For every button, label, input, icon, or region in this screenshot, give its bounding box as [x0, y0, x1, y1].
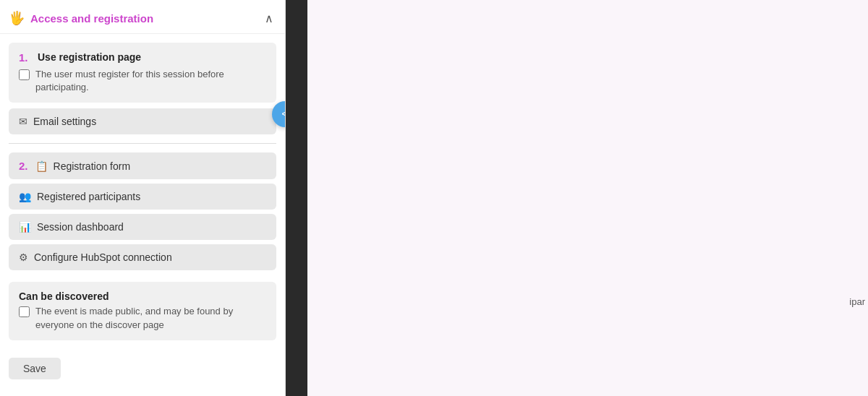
- right-panel-edge: [286, 0, 307, 396]
- discover-title: Can be discovered: [19, 290, 266, 302]
- discover-description: The event is made public, and may be fou…: [35, 305, 266, 331]
- fingerprint-icon: 🖐: [9, 10, 25, 26]
- email-icon: ✉: [19, 116, 27, 127]
- section-title: Access and registration: [30, 12, 153, 25]
- chevron-up-icon[interactable]: ∧: [265, 12, 273, 25]
- registration-checkbox-wrap: [19, 69, 30, 82]
- discover-checkbox[interactable]: [19, 306, 30, 317]
- hubspot-label: Configure HubSpot connection: [34, 251, 172, 263]
- section-header-left: 🖐 Access and registration: [9, 10, 153, 26]
- registration-form-button[interactable]: 2. 📋 Registration form: [9, 152, 276, 179]
- reg-card-header: 1. Use registration page: [19, 51, 266, 64]
- step1-description: The user must register for this session …: [35, 68, 266, 94]
- save-button[interactable]: Save: [9, 358, 61, 379]
- registration-checkbox[interactable]: [19, 69, 30, 80]
- registration-form-label: Registration form: [54, 160, 131, 172]
- divider: [9, 143, 276, 144]
- panel-content: 1. Use registration page The user must r…: [0, 34, 285, 279]
- step1-title: Use registration page: [38, 51, 141, 63]
- email-settings-label: Email settings: [33, 116, 96, 127]
- email-settings-button[interactable]: ✉ Email settings: [9, 108, 276, 134]
- hubspot-icon: ⚙: [19, 251, 28, 263]
- step1-number: 1.: [19, 51, 32, 64]
- reg-card-desc: The user must register for this session …: [19, 68, 266, 94]
- discover-checkbox-wrap: [19, 306, 30, 319]
- session-dashboard-button[interactable]: 📊 Session dashboard: [9, 214, 276, 240]
- registered-participants-label: Registered participants: [37, 191, 140, 202]
- registration-card: 1. Use registration page The user must r…: [9, 43, 276, 103]
- step2-number: 2.: [19, 160, 28, 172]
- discover-card-content: The event is made public, and may be fou…: [19, 305, 266, 331]
- save-area: Save: [0, 349, 285, 391]
- session-dashboard-label: Session dashboard: [37, 221, 124, 233]
- discover-section: Can be discovered The event is made publ…: [0, 279, 285, 348]
- section-header: 🖐 Access and registration ∧: [0, 0, 285, 34]
- left-panel: 🖐 Access and registration ∧ 1. Use regis…: [0, 0, 286, 396]
- edge-partial-text: ipar: [849, 296, 868, 307]
- dashboard-icon: 📊: [19, 221, 31, 233]
- registered-participants-button[interactable]: 👥 Registered participants: [9, 184, 276, 210]
- participants-icon: 👥: [19, 191, 31, 202]
- hubspot-connection-button[interactable]: ⚙ Configure HubSpot connection: [9, 244, 276, 270]
- menu-section: 2. 📋 Registration form 👥 Registered part…: [9, 152, 276, 270]
- form-icon: 📋: [35, 160, 48, 172]
- right-panel: ipar: [286, 0, 868, 396]
- discover-card: Can be discovered The event is made publ…: [9, 282, 276, 340]
- right-content: ipar: [307, 0, 868, 396]
